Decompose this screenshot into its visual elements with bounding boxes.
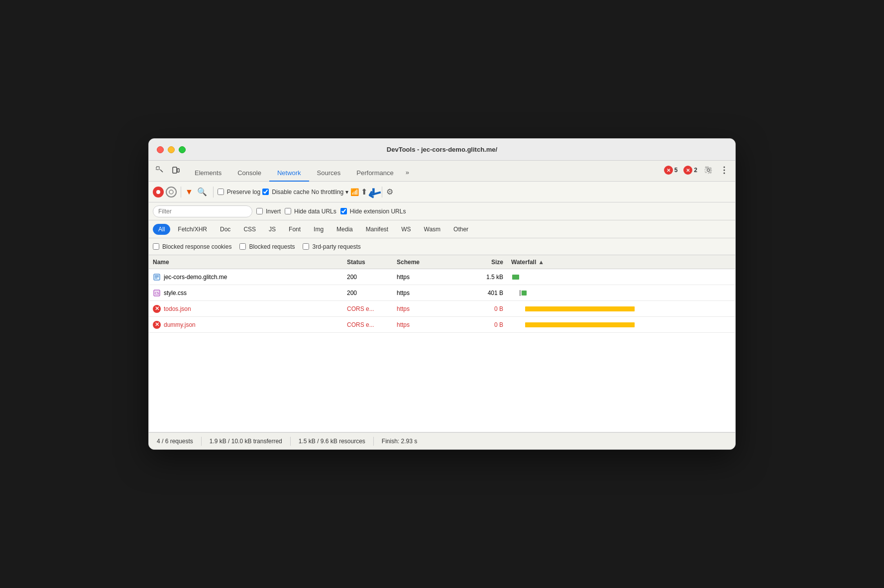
type-filter-all[interactable]: All: [153, 224, 170, 235]
inspect-element-icon[interactable]: [153, 163, 167, 177]
tab-sources[interactable]: Sources: [309, 165, 349, 182]
error-icon: ✕: [153, 321, 161, 329]
svg-rect-1: [173, 167, 177, 173]
svg-rect-2: [177, 169, 179, 172]
invert-checkbox[interactable]: Invert: [256, 208, 281, 215]
hide-extension-urls-input[interactable]: [340, 208, 347, 214]
blocked-cookies-checkbox[interactable]: Blocked response cookies: [153, 243, 231, 250]
type-filter-media[interactable]: Media: [331, 224, 358, 235]
blocked-requests-checkbox[interactable]: Blocked requests: [239, 243, 295, 250]
type-filter-fetch[interactable]: Fetch/XHR: [172, 224, 213, 235]
table-row[interactable]: jec-cors-demo.glitch.me 200 https 1.5 kB: [149, 269, 735, 285]
type-filter-ws[interactable]: WS: [396, 224, 416, 235]
type-filter-manifest[interactable]: Manifest: [360, 224, 394, 235]
row-scheme-cell: https: [397, 321, 461, 328]
row-scheme-cell: https: [397, 274, 461, 281]
type-filters-row: All Fetch/XHR Doc CSS JS Font Img Media …: [149, 220, 735, 238]
type-filter-js[interactable]: JS: [263, 224, 281, 235]
network-settings-icon[interactable]: ⚙: [386, 187, 393, 196]
more-options-icon[interactable]: [717, 163, 731, 177]
hide-data-urls-checkbox[interactable]: Hide data URLs: [285, 208, 336, 215]
close-button[interactable]: [157, 146, 164, 153]
minimize-button[interactable]: [168, 146, 175, 153]
type-filter-other[interactable]: Other: [448, 224, 474, 235]
row-name-text: todos.json: [164, 305, 191, 312]
row-name-text: dummy.json: [164, 321, 196, 328]
row-size-cell: 1.5 kB: [461, 274, 511, 281]
preserve-log-checkbox[interactable]: Preserve log: [218, 189, 260, 196]
col-header-name[interactable]: Name: [153, 259, 347, 266]
device-toolbar-icon[interactable]: [169, 163, 183, 177]
col-header-status[interactable]: Status: [347, 259, 397, 266]
row-scheme-cell: https: [397, 290, 461, 296]
titlebar: DevTools - jec-cors-demo.glitch.me/: [149, 139, 735, 161]
tab-network[interactable]: Network: [269, 165, 309, 182]
error-icon: ✕: [153, 305, 161, 313]
devtools-window: DevTools - jec-cors-demo.glitch.me/ Elem…: [148, 138, 736, 450]
record-button[interactable]: [153, 187, 164, 197]
tabs-overflow-button[interactable]: »: [402, 165, 413, 181]
type-filter-doc[interactable]: Doc: [215, 224, 236, 235]
third-party-checkbox[interactable]: 3rd-party requests: [303, 243, 360, 250]
chevron-down-icon: ▾: [345, 189, 348, 196]
status-divider-2: [290, 437, 291, 446]
blocked-requests-input[interactable]: [239, 243, 246, 250]
row-status-cell: 200: [347, 290, 397, 296]
clear-button[interactable]: [166, 187, 177, 197]
status-divider-1: [201, 437, 202, 446]
table-row[interactable]: CS style.css 200 https 401 B: [149, 285, 735, 301]
invert-input[interactable]: [256, 208, 263, 214]
row-waterfall-cell: [511, 301, 731, 316]
download-icon[interactable]: ⬇: [369, 186, 378, 198]
row-waterfall-cell: [511, 269, 731, 285]
status-divider-3: [373, 437, 374, 446]
tab-performance[interactable]: Performance: [348, 165, 401, 182]
preserve-log-input[interactable]: [218, 189, 224, 195]
type-filter-img[interactable]: Img: [308, 224, 329, 235]
table-row[interactable]: ✕ dummy.json CORS e... https 0 B: [149, 317, 735, 333]
upload-icon[interactable]: ⬆: [361, 187, 367, 196]
type-filter-wasm[interactable]: Wasm: [419, 224, 446, 235]
throttle-dropdown[interactable]: No throttling ▾: [312, 189, 349, 196]
row-name-text: jec-cors-demo.glitch.me: [164, 274, 227, 281]
toolbar-divider-1: [181, 187, 181, 197]
svg-point-3: [724, 167, 725, 168]
hide-extension-urls-checkbox[interactable]: Hide extension URLs: [340, 208, 406, 215]
disable-cache-input[interactable]: [262, 189, 269, 195]
table-header: Name Status Scheme Size Waterfall ▲: [149, 255, 735, 269]
col-header-scheme[interactable]: Scheme: [397, 259, 461, 266]
blocked-cookies-input[interactable]: [153, 243, 159, 250]
sort-arrow-icon: ▲: [538, 259, 544, 266]
tab-elements[interactable]: Elements: [187, 165, 229, 182]
type-filter-font[interactable]: Font: [283, 224, 306, 235]
hide-data-urls-input[interactable]: [285, 208, 291, 214]
col-header-size[interactable]: Size: [461, 259, 511, 266]
svg-rect-0: [156, 167, 159, 170]
error-badge-2: ✕ 2: [683, 166, 697, 175]
disable-cache-checkbox[interactable]: Disable cache: [262, 189, 309, 196]
type-filter-css[interactable]: CSS: [238, 224, 261, 235]
row-name-cell: ✕ todos.json: [153, 305, 347, 313]
error-icon-2: ✕: [683, 166, 692, 175]
toolbar-divider-3: [382, 187, 382, 197]
row-scheme-cell: https: [397, 305, 461, 312]
window-title: DevTools - jec-cors-demo.glitch.me/: [387, 146, 497, 153]
filter-row: Invert Hide data URLs Hide extension URL…: [149, 202, 735, 220]
error-count-1: 5: [674, 167, 678, 174]
settings-icon[interactable]: [701, 163, 715, 177]
css-icon: CS: [153, 289, 161, 297]
svg-point-6: [156, 190, 160, 194]
third-party-input[interactable]: [303, 243, 309, 250]
error-count-2: 2: [694, 167, 697, 174]
row-waterfall-cell: [511, 317, 731, 332]
search-icon[interactable]: 🔍: [195, 186, 209, 197]
filter-input[interactable]: [153, 205, 252, 217]
filter-icon[interactable]: ▼: [185, 188, 193, 196]
waterfall-bar-gray: [519, 290, 521, 296]
row-name-text: style.css: [164, 290, 187, 296]
tab-console[interactable]: Console: [229, 165, 269, 182]
row-name-cell: jec-cors-demo.glitch.me: [153, 273, 347, 281]
col-header-waterfall[interactable]: Waterfall ▲: [511, 259, 731, 266]
fullscreen-button[interactable]: [179, 146, 186, 153]
table-row[interactable]: ✕ todos.json CORS e... https 0 B: [149, 301, 735, 317]
